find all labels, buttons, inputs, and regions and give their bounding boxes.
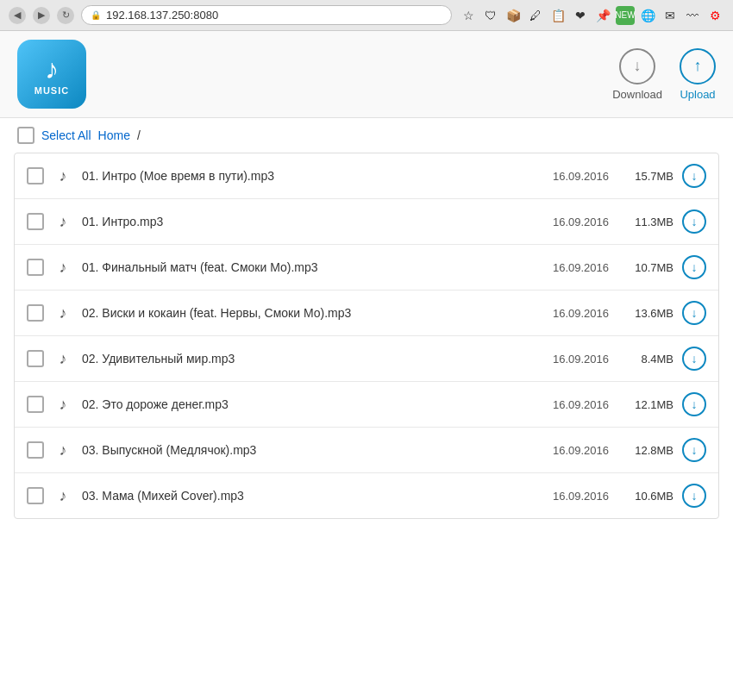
file-date-2: 16.09.2016 [531, 261, 609, 274]
download-icon: ↓ [619, 48, 655, 84]
toolbar: Select All Home / [0, 118, 733, 153]
file-download-btn-1[interactable]: ↓ [682, 209, 706, 234]
url-text: 192.168.137.250:8080 [106, 9, 218, 22]
file-date-0: 16.09.2016 [531, 170, 609, 183]
file-date-1: 16.09.2016 [531, 216, 609, 228]
file-size-4: 8.4MB [617, 353, 673, 366]
ext-icon-4[interactable]: ❤ [571, 6, 590, 25]
ext-icon-6[interactable]: NEW [616, 6, 635, 25]
file-download-btn-7[interactable]: ↓ [682, 484, 706, 508]
file-checkbox-7[interactable] [27, 487, 44, 504]
file-checkbox-3[interactable] [27, 304, 44, 322]
file-download-btn-0[interactable]: ↓ [682, 164, 706, 188]
file-size-5: 12.1MB [617, 398, 673, 411]
app-logo-label: MUSIC [34, 85, 69, 96]
browser-extension-icons: ☆ 🛡 📦 🖊 📋 ❤ 📌 NEW 🌐 ✉ 〰 ⚙ [459, 6, 724, 25]
music-file-icon-0: ♪ [53, 167, 73, 185]
home-link[interactable]: Home [98, 128, 130, 142]
lock-icon: 🔒 [91, 10, 101, 20]
file-name-0: 01. Интро (Мое время в пути).mp3 [82, 169, 523, 183]
file-size-0: 15.7MB [617, 170, 673, 183]
upload-button[interactable]: ↑ Upload [680, 48, 716, 101]
file-name-5: 02. Это дороже денег.mp3 [82, 397, 523, 411]
file-row: ♪ 03. Выпускной (Медлячок).mp3 16.09.201… [15, 428, 718, 473]
select-all-label[interactable]: Select All [41, 128, 91, 142]
header-actions: ↓ Download ↑ Upload [612, 48, 716, 101]
upload-icon: ↑ [680, 48, 716, 84]
file-row: ♪ 01. Финальный матч (feat. Смоки Мо).mp… [15, 245, 718, 291]
file-date-4: 16.09.2016 [531, 353, 609, 366]
file-download-btn-6[interactable]: ↓ [682, 438, 706, 462]
select-all-checkbox[interactable] [17, 127, 34, 144]
file-row: ♪ 02. Это дороже денег.mp3 16.09.2016 12… [15, 382, 718, 428]
ext-icon-7[interactable]: 🌐 [638, 6, 657, 25]
file-row: ♪ 02. Удивительный мир.mp3 16.09.2016 8.… [15, 336, 718, 382]
download-button[interactable]: ↓ Download [612, 48, 662, 101]
music-file-icon-1: ♪ [53, 213, 73, 231]
file-size-6: 12.8MB [617, 444, 673, 457]
file-download-btn-5[interactable]: ↓ [682, 392, 706, 416]
file-date-5: 16.09.2016 [531, 398, 609, 411]
ext-icon-5[interactable]: 📌 [593, 6, 612, 25]
breadcrumb-separator: / [137, 128, 141, 142]
file-checkbox-0[interactable] [27, 167, 44, 184]
file-size-2: 10.7MB [617, 261, 673, 274]
music-file-icon-3: ♪ [53, 304, 73, 322]
file-row: ♪ 01. Интро.mp3 16.09.2016 11.3MB ↓ [15, 199, 718, 245]
address-bar[interactable]: 🔒 192.168.137.250:8080 [81, 5, 452, 25]
file-download-btn-2[interactable]: ↓ [682, 255, 706, 279]
music-file-icon-5: ♪ [53, 396, 73, 414]
back-button[interactable]: ◀ [9, 7, 26, 24]
file-checkbox-6[interactable] [27, 441, 44, 459]
file-checkbox-1[interactable] [27, 213, 44, 230]
ext-icon-9[interactable]: 〰 [683, 6, 702, 25]
browser-chrome: ◀ ▶ ↻ 🔒 192.168.137.250:8080 ☆ 🛡 📦 🖊 📋 ❤… [0, 0, 733, 31]
file-name-1: 01. Интро.mp3 [82, 215, 523, 228]
music-note-icon: ♪ [45, 53, 59, 85]
file-list: ♪ 01. Интро (Мое время в пути).mp3 16.09… [14, 153, 719, 519]
ext-icon-1[interactable]: 📦 [504, 6, 523, 25]
file-size-7: 10.6MB [617, 490, 673, 503]
file-checkbox-5[interactable] [27, 396, 44, 413]
file-download-btn-4[interactable]: ↓ [682, 347, 706, 371]
ext-icon-10[interactable]: ⚙ [705, 6, 724, 25]
ext-icon-2[interactable]: 🖊 [526, 6, 545, 25]
page-header: ♪ MUSIC ↓ Download ↑ Upload [0, 31, 733, 118]
shield-icon[interactable]: 🛡 [481, 6, 500, 25]
file-checkbox-2[interactable] [27, 259, 44, 276]
file-size-1: 11.3MB [617, 216, 673, 228]
ext-icon-8[interactable]: ✉ [661, 6, 680, 25]
music-file-icon-7: ♪ [53, 487, 73, 505]
music-file-icon-6: ♪ [53, 441, 73, 459]
refresh-button[interactable]: ↻ [57, 7, 74, 24]
star-icon[interactable]: ☆ [459, 6, 478, 25]
file-name-6: 03. Выпускной (Медлячок).mp3 [82, 443, 523, 457]
file-date-7: 16.09.2016 [531, 490, 609, 503]
file-name-3: 02. Виски и кокаин (feat. Нервы, Смоки М… [82, 306, 523, 320]
file-date-3: 16.09.2016 [531, 307, 609, 320]
file-name-2: 01. Финальный матч (feat. Смоки Мо).mp3 [82, 260, 523, 274]
file-size-3: 13.6MB [617, 307, 673, 320]
file-date-6: 16.09.2016 [531, 444, 609, 457]
forward-button[interactable]: ▶ [33, 7, 50, 24]
upload-label: Upload [680, 88, 715, 101]
file-row: ♪ 02. Виски и кокаин (feat. Нервы, Смоки… [15, 291, 718, 336]
app-logo: ♪ MUSIC [17, 40, 86, 109]
file-checkbox-4[interactable] [27, 350, 44, 367]
ext-icon-3[interactable]: 📋 [548, 6, 567, 25]
download-label: Download [612, 88, 662, 101]
music-file-icon-4: ♪ [53, 350, 73, 368]
file-row: ♪ 01. Интро (Мое время в пути).mp3 16.09… [15, 153, 718, 199]
music-file-icon-2: ♪ [53, 259, 73, 277]
file-row: ♪ 03. Мама (Михей Cover).mp3 16.09.2016 … [15, 473, 718, 518]
file-name-7: 03. Мама (Михей Cover).mp3 [82, 489, 523, 503]
file-download-btn-3[interactable]: ↓ [682, 301, 706, 325]
file-name-4: 02. Удивительный мир.mp3 [82, 352, 523, 366]
